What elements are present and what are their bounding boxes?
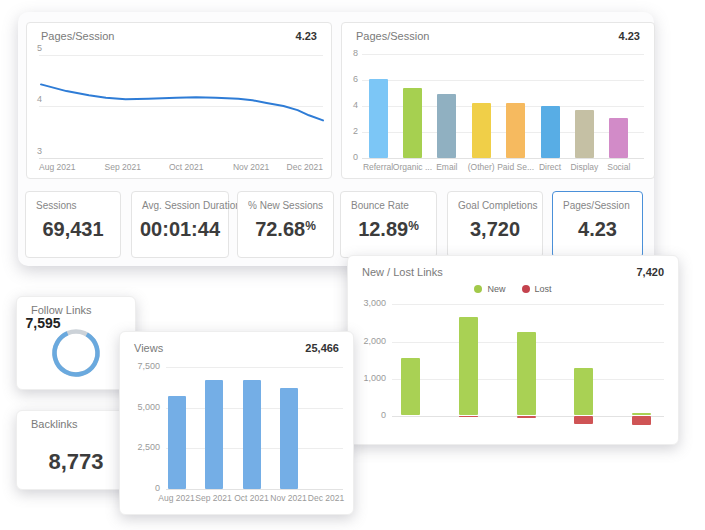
lost-links-bar[interactable] [459, 416, 478, 417]
line-chart: 543Aug 2021Sep 2021Oct 2021Nov 2021Dec 2… [27, 23, 331, 178]
channel-bar[interactable] [437, 94, 456, 158]
kpi-value: 3,720 [448, 218, 542, 241]
trend-line [27, 23, 331, 178]
y-tick-label: 0 [124, 483, 160, 493]
new-links-bar[interactable] [574, 368, 593, 415]
y-tick-label: 2,500 [124, 442, 160, 452]
gridline [362, 54, 644, 55]
new-links-bar[interactable] [401, 358, 420, 416]
y-tick-label: 0 [348, 152, 358, 162]
kpi-label: Bounce Rate [341, 192, 436, 211]
kpi-label: Pages/Session [553, 192, 642, 211]
kpi-avg-session-duration[interactable]: Avg. Session Duration 00:01:44 [131, 191, 229, 258]
views-bar[interactable] [280, 388, 298, 489]
kpi-pages-session-selected[interactable]: Pages/Session 4.23 [552, 191, 643, 258]
gridline [362, 80, 644, 81]
kpi-number: 69,431 [42, 218, 103, 240]
bar-chart: 7,5005,0002,5000Aug 2021Sep 2021Oct 2021… [120, 332, 353, 514]
follow-links-card: Follow Links 7,595 [16, 296, 136, 390]
y-tick-label: 6 [348, 74, 358, 84]
channel-bar[interactable] [403, 88, 422, 158]
kpi-bounce-rate[interactable]: Bounce Rate 12.89% [340, 191, 437, 258]
views-bar[interactable] [243, 380, 261, 489]
stacked-bar-chart: 3,0002,0001,0000 [348, 256, 678, 444]
lost-links-bar[interactable] [517, 416, 536, 419]
lost-links-bar[interactable] [632, 416, 651, 426]
channel-bar[interactable] [506, 103, 525, 158]
y-tick-label: 0 [352, 410, 386, 420]
kpi-label: Goal Completions [448, 192, 542, 211]
kpi-value: 00:01:44 [132, 218, 228, 241]
kpi-number: 3,720 [470, 218, 520, 240]
kpi-value: 4.23 [553, 218, 642, 241]
x-tick-label: Social [597, 162, 641, 172]
kpi-number: 4.23 [578, 218, 617, 240]
kpi-number: 00:01:44 [140, 218, 220, 240]
backlinks-value: 8,773 [17, 449, 135, 475]
views-bar[interactable] [205, 380, 223, 489]
backlinks-card: Backlinks 8,773 [16, 410, 136, 490]
new-links-bar[interactable] [459, 317, 478, 416]
pages-session-channel-card: Pages/Session 4.23 86420ReferralOrganic … [341, 22, 655, 179]
kpi-label: Sessions [26, 192, 120, 211]
y-tick-label: 3,000 [352, 298, 386, 308]
card-header: Backlinks [17, 411, 135, 430]
views-bar[interactable] [168, 396, 186, 489]
kpi-number: 72.68 [255, 218, 305, 240]
new-lost-links-card: New / Lost Links 7,420 NewLost 3,0002,00… [347, 255, 679, 445]
views-card: Views 25,466 7,5005,0002,5000Aug 2021Sep… [119, 331, 354, 515]
card-title: Backlinks [31, 418, 77, 430]
gridline [392, 304, 664, 305]
kpi-suffix: % [305, 219, 316, 233]
kpi-suffix: % [408, 219, 419, 233]
channel-bar[interactable] [472, 103, 491, 158]
y-tick-label: 7,500 [124, 361, 160, 371]
channel-bar[interactable] [609, 118, 628, 158]
lost-links-bar[interactable] [574, 416, 593, 424]
kpi-sessions[interactable]: Sessions 69,431 [25, 191, 121, 258]
y-tick-label: 2,000 [352, 336, 386, 346]
kpi-value: 72.68% [238, 218, 333, 241]
x-tick-label: Dec 2021 [303, 493, 349, 503]
kpi-new-sessions[interactable]: % New Sessions 72.68% [237, 191, 334, 258]
gridline [362, 158, 644, 159]
gridline [166, 489, 343, 490]
channel-bar[interactable] [575, 110, 594, 158]
kpi-value: 12.89% [341, 218, 436, 241]
y-tick-label: 4 [348, 100, 358, 110]
kpi-label: Avg. Session Duration [132, 192, 228, 211]
pages-session-trend-card: Pages/Session 4.23 543Aug 2021Sep 2021Oc… [26, 22, 332, 179]
kpi-number: 12.89 [358, 218, 408, 240]
y-tick-label: 1,000 [352, 373, 386, 383]
kpi-goal-completions[interactable]: Goal Completions 3,720 [447, 191, 543, 258]
y-tick-label: 2 [348, 126, 358, 136]
donut-value: 7,595 [17, 297, 69, 349]
kpi-label: % New Sessions [238, 192, 333, 211]
channel-bar[interactable] [541, 106, 560, 158]
gridline [166, 367, 343, 368]
new-links-bar[interactable] [517, 332, 536, 416]
analytics-dashboard: Pages/Session 4.23 543Aug 2021Sep 2021Oc… [0, 0, 705, 530]
y-tick-label: 5,000 [124, 402, 160, 412]
kpi-value: 69,431 [26, 218, 120, 241]
y-tick-label: 8 [348, 48, 358, 58]
bar-chart: 86420ReferralOrganic ...Email(Other)Paid… [342, 23, 654, 178]
channel-bar[interactable] [369, 79, 388, 158]
